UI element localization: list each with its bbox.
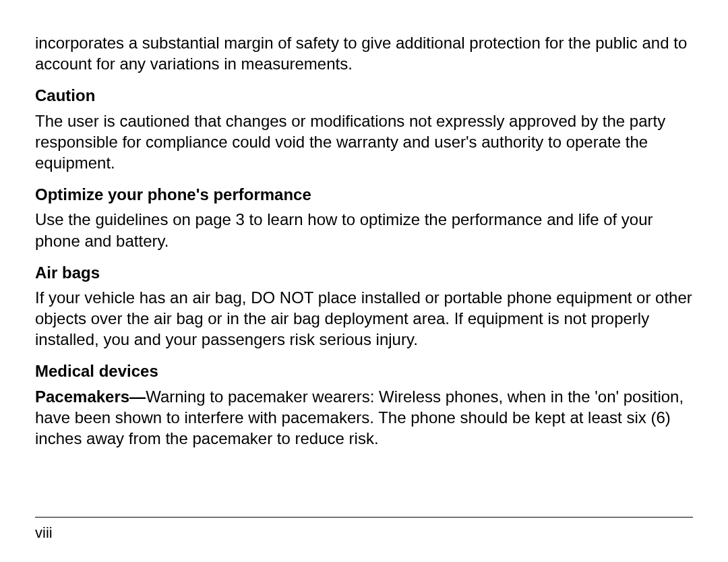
page-footer: viii (35, 517, 693, 542)
airbags-body: If your vehicle has an air bag, DO NOT p… (35, 287, 693, 350)
footer-divider (35, 517, 693, 518)
caution-body: The user is cautioned that changes or mo… (35, 111, 693, 174)
page-number: viii (35, 524, 693, 542)
pacemakers-paragraph: Pacemakers—Warning to pacemaker wearers:… (35, 386, 693, 449)
intro-paragraph: incorporates a substantial margin of saf… (35, 32, 693, 74)
caution-heading: Caution (35, 85, 693, 106)
optimize-heading: Optimize your phone's performance (35, 184, 693, 205)
airbags-heading: Air bags (35, 262, 693, 283)
pacemakers-label: Pacemakers— (35, 387, 146, 406)
optimize-body: Use the guidelines on page 3 to learn ho… (35, 209, 693, 251)
document-body: incorporates a substantial margin of saf… (35, 32, 693, 449)
medical-heading: Medical devices (35, 361, 693, 381)
